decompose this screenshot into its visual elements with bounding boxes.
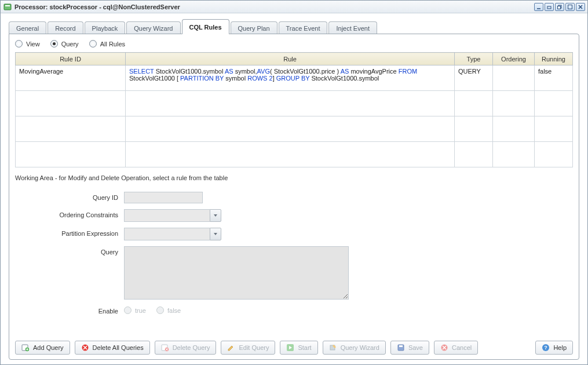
table-row[interactable] [16, 142, 573, 167]
maximize-button[interactable] [565, 3, 575, 11]
partition-expression-select[interactable] [124, 228, 221, 240]
tabs: General Record Playback Query Wizard CQL… [9, 19, 579, 34]
save-button[interactable]: Save [390, 341, 429, 355]
cql-rules-panel: View Query All Rules Rule ID [9, 34, 579, 360]
tab-playback[interactable]: Playback [85, 21, 126, 34]
col-ordering[interactable]: Ordering [493, 53, 535, 65]
working-area-label: Working Area - for Modify and Delete Ope… [15, 174, 573, 181]
enable-true-radio[interactable]: true [124, 306, 146, 314]
tab-query-plan[interactable]: Query Plan [231, 21, 277, 34]
delete-query-button[interactable]: Delete Query [155, 341, 217, 355]
col-type[interactable]: Type [455, 53, 493, 65]
table-row[interactable] [16, 116, 573, 142]
filter-query-radio[interactable]: Query [50, 40, 79, 48]
tab-inject-event[interactable]: Inject Event [328, 21, 377, 34]
help-icon: ? [542, 344, 550, 352]
save-icon [397, 344, 405, 352]
enable-false-radio[interactable]: false [156, 306, 181, 314]
play-icon [286, 344, 294, 352]
svg-rect-1 [5, 5, 10, 6]
help-button[interactable]: ? Help [535, 341, 573, 355]
cell-ordering [493, 65, 535, 91]
button-bar: Add Query Delete All Queries Delete Quer… [15, 337, 573, 355]
delete-all-queries-button[interactable]: Delete All Queries [75, 341, 150, 355]
enable-label: Enable [15, 305, 124, 315]
app-icon [3, 2, 12, 12]
svg-rect-6 [568, 5, 572, 9]
tab-record[interactable]: Record [48, 21, 83, 34]
edit-icon [227, 344, 235, 352]
restore-button[interactable] [555, 3, 564, 11]
filter-radio-group: View Query All Rules [15, 40, 573, 48]
col-rule-id[interactable]: Rule ID [16, 53, 126, 65]
add-query-button[interactable]: Add Query [15, 341, 70, 355]
chevron-down-icon [210, 209, 221, 222]
restore-down-button[interactable] [545, 3, 554, 11]
svg-text:?: ? [545, 345, 548, 351]
tab-general[interactable]: General [9, 21, 46, 34]
delete-icon [81, 344, 89, 352]
cell-running: false [535, 65, 573, 91]
filter-query-label: Query [61, 41, 79, 48]
rules-table: Rule ID Rule Type Ordering Running Movin… [15, 52, 573, 167]
query-id-label: Query ID [15, 192, 124, 201]
enable-radio-group: true false [124, 305, 181, 314]
svg-rect-5 [558, 6, 561, 9]
cell-rule: SELECT StockVolGt1000.symbol AS symbol,A… [126, 65, 455, 91]
chevron-down-icon [210, 228, 221, 240]
cell-rule-id: MovingAverage [16, 65, 126, 91]
query-textarea[interactable] [124, 246, 349, 300]
window-title: Processor: stockProcessor - cql@NonClust… [14, 3, 534, 10]
query-wizard-button[interactable]: Query Wizard [323, 341, 386, 355]
ordering-constraints-select[interactable] [124, 209, 221, 222]
edit-query-button[interactable]: Edit Query [221, 341, 275, 355]
svg-rect-0 [4, 4, 11, 10]
enable-false-label: false [167, 307, 181, 314]
ordering-constraints-label: Ordering Constraints [15, 209, 124, 218]
close-button[interactable] [576, 3, 585, 11]
filter-all-label: All Rules [100, 41, 125, 48]
processor-window: Processor: stockProcessor - cql@NonClust… [0, 0, 588, 365]
cancel-icon [440, 344, 448, 352]
svg-rect-3 [547, 6, 551, 9]
cancel-button[interactable]: Cancel [434, 341, 478, 355]
window-buttons [534, 3, 585, 11]
query-id-input[interactable] [124, 192, 203, 203]
tab-trace-event[interactable]: Trace Event [279, 21, 328, 34]
table-row[interactable] [16, 91, 573, 116]
delete-query-icon [161, 344, 169, 352]
query-label: Query [15, 246, 124, 256]
col-running[interactable]: Running [535, 53, 573, 65]
titlebar: Processor: stockProcessor - cql@NonClust… [1, 1, 587, 13]
minimize-button[interactable] [534, 3, 543, 11]
tab-cql-rules[interactable]: CQL Rules [182, 19, 229, 34]
svg-rect-17 [399, 345, 403, 347]
filter-view-label: View [26, 41, 40, 48]
col-rule[interactable]: Rule [126, 53, 455, 65]
table-row[interactable]: MovingAverageSELECT StockVolGt1000.symbo… [16, 65, 573, 91]
start-button[interactable]: Start [280, 341, 317, 355]
partition-expression-label: Partition Expression [15, 228, 124, 237]
filter-view-radio[interactable]: View [15, 40, 40, 48]
enable-true-label: true [135, 307, 146, 314]
cell-type: QUERY [455, 65, 493, 91]
tab-query-wizard[interactable]: Query Wizard [126, 21, 180, 34]
window-body: General Record Playback Query Wizard CQL… [1, 13, 587, 364]
filter-all-radio[interactable]: All Rules [89, 40, 125, 48]
wizard-icon [329, 344, 337, 352]
add-icon [21, 344, 30, 352]
